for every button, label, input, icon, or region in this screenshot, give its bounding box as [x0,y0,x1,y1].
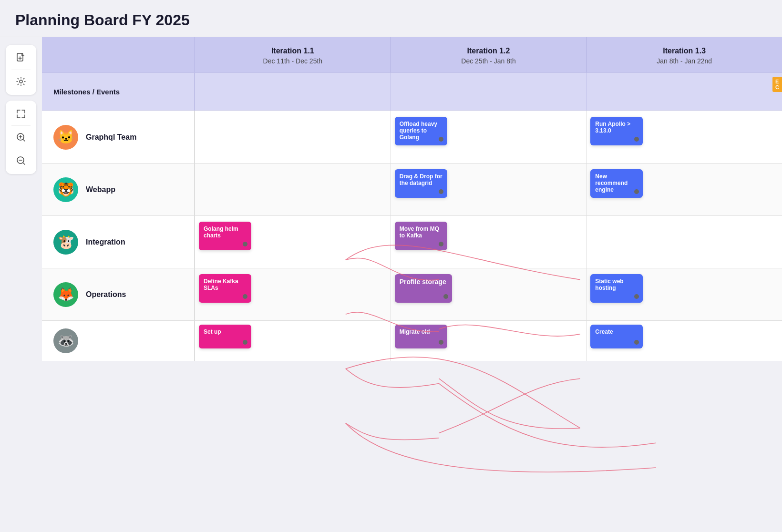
header-label-spacer [42,37,195,72]
zoom-in-button[interactable] [11,128,31,147]
task-card-profile-storage[interactable]: Profile storage [395,274,452,303]
milestone-cell-3: EC [586,73,782,111]
page-header: Planning Board FY 2025 [0,0,782,37]
team-label-integration: 🐮 Integration [42,216,195,268]
settings-button[interactable] [11,72,31,91]
task-dot [634,137,639,142]
left-toolbar [0,37,42,532]
task-card-kafka-slas[interactable]: Define Kafka SLAs [199,274,251,303]
team-label-operations: 🦊 Operations [42,268,195,320]
task-card-create[interactable]: Create [590,325,643,348]
team-name-operations: Operations [86,290,126,299]
iteration-1-3-dates: Jan 8th - Jan 22nd [594,57,774,65]
team-avatar-last: 🦝 [53,328,78,353]
operations-iter-1: Define Kafka SLAs [195,268,391,320]
expand-button[interactable] [11,104,31,123]
task-dot [243,242,247,246]
new-document-button[interactable] [11,49,31,68]
task-dot [443,294,448,299]
team-row-graphql: 🐱 Graphql Team Offload heavy queries to … [42,111,782,163]
team-row-last: 🦝 Set up Migrate old [42,320,782,361]
iteration-1-2-title: Iteration 1.2 [399,47,579,55]
integration-iter-2: Move from MQ to Kafka [391,216,586,268]
iteration-1-1-title: Iteration 1.1 [203,47,383,55]
iteration-1-2-dates: Dec 25th - Jan 8th [399,57,579,65]
team-name-webapp: Webapp [86,185,115,194]
milestones-row: Milestones / Events EC [42,72,782,111]
task-card-move-mq-kafka[interactable]: Move from MQ to Kafka [395,222,447,250]
task-card-golang-helm[interactable]: Golang helm charts [199,222,251,250]
team-label-last: 🦝 [42,321,195,361]
task-card-static-web-hosting[interactable]: Static web hosting [590,274,643,303]
task-dot [634,340,639,345]
iteration-header-row: Iteration 1.1 Dec 11th - Dec 25th Iterat… [42,37,782,72]
task-card-recommend-engine[interactable]: New recommend engine [590,169,643,198]
iteration-1-3-title: Iteration 1.3 [594,47,774,55]
team-label-graphql: 🐱 Graphql Team [42,111,195,163]
operations-iter-2: Profile storage [391,268,586,320]
milestone-cell-1 [195,73,391,111]
task-card-run-apollo[interactable]: Run Apollo > 3.13.0 [590,117,643,145]
task-dot [243,294,247,299]
team-row-operations: 🦊 Operations Define Kafka SLAs Profile s… [42,268,782,320]
operations-iter-3: Static web hosting [586,268,782,320]
board-content: Iteration 1.1 Dec 11th - Dec 25th Iterat… [42,37,782,532]
toolbar-card-1 [6,45,36,95]
board-table: Iteration 1.1 Dec 11th - Dec 25th Iterat… [42,37,782,361]
zoom-out-button[interactable] [11,151,31,170]
last-iter-3: Create [586,321,782,361]
task-dot [439,242,443,246]
task-card-drag-drop[interactable]: Drag & Drop for the datagrid [395,169,447,198]
iteration-1-2-header: Iteration 1.2 Dec 25th - Jan 8th [391,37,586,72]
iteration-1-3-header: Iteration 1.3 Jan 8th - Jan 22nd [586,37,782,72]
last-iter-1: Set up [195,321,391,361]
integration-iter-3 [586,216,782,268]
team-name-integration: Integration [86,238,125,246]
toolbar-sep-1 [11,70,31,70]
toolbar-card-2 [6,101,36,174]
iteration-1-1-dates: Dec 11th - Dec 25th [203,57,383,65]
webapp-iter-3: New recommend engine [586,164,782,215]
iteration-1-1-header: Iteration 1.1 Dec 11th - Dec 25th [195,37,391,72]
svg-point-1 [20,80,22,83]
graphql-iter-2: Offload heavy queries to Golang [391,111,586,163]
page-title: Planning Board FY 2025 [15,11,767,29]
main-area: Iteration 1.1 Dec 11th - Dec 25th Iterat… [0,37,782,532]
team-avatar-graphql: 🐱 [53,125,78,150]
task-dot [439,137,443,142]
team-label-webapp: 🐯 Webapp [42,164,195,215]
last-iter-2: Migrate old [391,321,586,361]
graphql-iter-3: Run Apollo > 3.13.0 [586,111,782,163]
page-wrapper: Planning Board FY 2025 [0,0,782,532]
task-card-graphql-queries[interactable]: Offload heavy queries to Golang [395,117,447,145]
integration-iter-1: Golang helm charts [195,216,391,268]
milestones-label: Milestones / Events [42,73,195,111]
team-avatar-operations: 🦊 [53,282,78,307]
milestone-cell-2 [391,73,586,111]
task-dot [634,189,639,194]
team-row-integration: 🐮 Integration Golang helm charts Move fr… [42,215,782,268]
graphql-iter-1 [195,111,391,163]
task-dot [243,340,247,345]
task-dot [439,189,443,194]
webapp-iter-2: Drag & Drop for the datagrid [391,164,586,215]
task-dot [634,294,639,299]
webapp-iter-1 [195,164,391,215]
toolbar-sep-3 [11,149,31,149]
team-name-graphql: Graphql Team [86,133,136,142]
toolbar-sep-2 [11,125,31,126]
task-card-migrate-old[interactable]: Migrate old [395,325,447,348]
task-dot [439,340,443,345]
milestone-badge: EC [772,77,782,92]
team-row-webapp: 🐯 Webapp Drag & Drop for the datagrid Ne… [42,163,782,215]
team-avatar-webapp: 🐯 [53,177,78,202]
team-avatar-integration: 🐮 [53,230,78,255]
task-card-set-up[interactable]: Set up [199,325,251,348]
